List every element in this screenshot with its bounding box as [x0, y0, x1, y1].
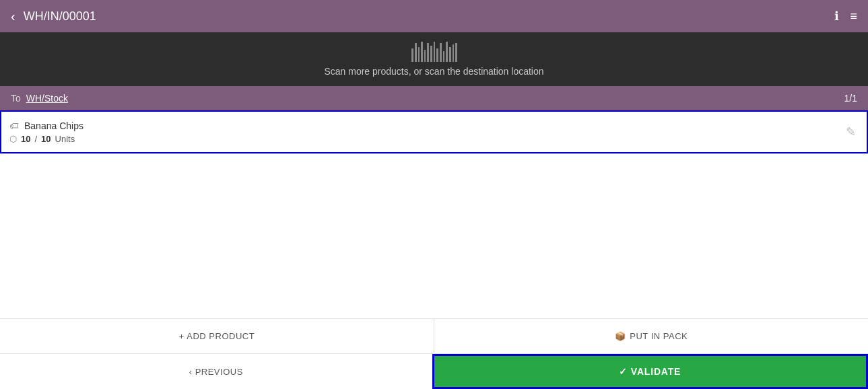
header: ‹ WH/IN/00001 ℹ ≡ [0, 0, 868, 32]
product-name-row: 🏷 Banana Chips [9, 120, 859, 131]
bottom-actions: + ADD PRODUCT 📦 PUT IN PACK [0, 319, 868, 354]
back-button[interactable]: ‹ [11, 9, 15, 24]
page-title: WH/IN/00001 [24, 9, 835, 24]
scan-instruction: Scan more products, or scan the destinat… [324, 66, 543, 77]
bottom-nav: ‹ PREVIOUS ✓ VALIDATE [0, 354, 868, 389]
product-name: Banana Chips [24, 120, 84, 131]
validate-button[interactable]: ✓ VALIDATE [432, 354, 869, 389]
header-icons: ℹ ≡ [834, 9, 857, 24]
info-icon[interactable]: ℹ [834, 9, 839, 24]
edit-icon[interactable]: ✎ [846, 125, 856, 139]
location-row: To WH/Stock 1/1 [0, 86, 868, 110]
previous-button[interactable]: ‹ PREVIOUS [0, 354, 432, 389]
location-counter: 1/1 [844, 93, 857, 104]
put-in-pack-label: PUT IN PACK [630, 331, 688, 341]
location-info: To WH/Stock [11, 93, 68, 104]
scan-bar: Scan more products, or scan the destinat… [0, 32, 868, 86]
location-prefix: To [11, 93, 21, 104]
location-link[interactable]: WH/Stock [26, 93, 68, 104]
bottom-area: + ADD PRODUCT 📦 PUT IN PACK ‹ PREVIOUS ✓… [0, 318, 868, 389]
qty-total: 10 [41, 134, 51, 144]
package-icon: ⬡ [9, 134, 17, 144]
qty-unit: Units [55, 134, 75, 144]
qty-separator: / [34, 134, 37, 144]
tag-icon: 🏷 [9, 120, 19, 131]
product-list: 🏷 Banana Chips ⬡ 10 / 10 Units ✎ [0, 110, 868, 154]
add-product-button[interactable]: + ADD PRODUCT [0, 319, 434, 353]
menu-icon[interactable]: ≡ [850, 9, 857, 24]
product-info: 🏷 Banana Chips ⬡ 10 / 10 Units [9, 120, 859, 144]
barcode-icon [411, 42, 457, 62]
product-qty-row: ⬡ 10 / 10 Units [9, 134, 859, 144]
pack-icon: 📦 [615, 331, 626, 341]
put-in-pack-button[interactable]: 📦 PUT IN PACK [434, 319, 868, 353]
product-divider [0, 153, 868, 154]
qty-done: 10 [21, 134, 30, 144]
product-item: 🏷 Banana Chips ⬡ 10 / 10 Units ✎ [0, 110, 868, 153]
